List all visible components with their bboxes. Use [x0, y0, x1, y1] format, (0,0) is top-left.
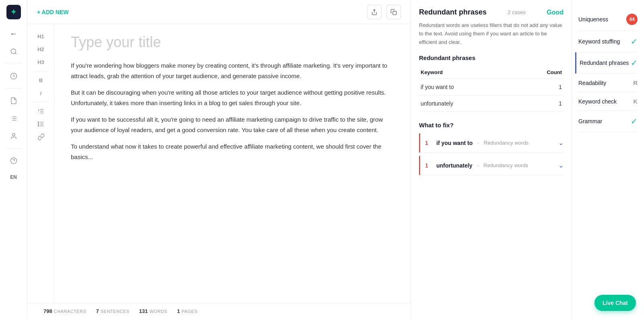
main-content: + ADD NEW H1 H2 H3 B i — [27, 0, 411, 319]
panel-title: Redundant phrases — [419, 8, 487, 17]
format-sidebar: H1 H2 H3 B i — [27, 24, 55, 303]
link-button[interactable] — [31, 131, 51, 143]
fix-type: Redundancy words — [483, 162, 528, 168]
keyword-cell: unfortunately — [419, 95, 515, 112]
uniqueness-badge: 44 — [626, 14, 638, 25]
italic-button[interactable]: i — [31, 87, 51, 99]
share-button[interactable] — [367, 5, 382, 19]
paragraph-4[interactable]: To understand what now it takes to creat… — [71, 141, 394, 162]
sentences-count: 7 — [96, 308, 99, 314]
right-nav-item[interactable]: Grammar ✓ — [578, 111, 638, 132]
app-logo[interactable]: ✦ — [6, 5, 21, 19]
search-icon[interactable] — [6, 44, 21, 59]
fix-number: 1 — [425, 162, 431, 169]
count-cell: 1 — [515, 95, 564, 112]
sentences-label: SENTENCES — [101, 309, 130, 314]
chevron-down-icon[interactable]: ⌄ — [558, 139, 564, 147]
words-count: 131 — [139, 308, 148, 314]
check-icon: ✓ — [631, 58, 638, 68]
keyword-col-header: Keyword — [419, 66, 515, 79]
count-cell: 1 — [515, 79, 564, 95]
user-icon[interactable] — [6, 129, 21, 143]
keyword-row: if you want to1 — [419, 79, 564, 95]
right-nav-item[interactable]: Uniqueness 44 — [578, 8, 638, 31]
fix-item[interactable]: 1 if you want to · Redundancy words ⌄ — [419, 133, 564, 153]
words-label: WORDS — [149, 309, 167, 314]
what-fix-title: What to fix? — [419, 122, 564, 128]
right-nav-item[interactable]: Keyword check K — [578, 92, 638, 111]
fix-separator: · — [477, 162, 479, 168]
left-sidebar: ✦ ← EN — [0, 0, 27, 319]
document-icon[interactable] — [6, 93, 21, 108]
fix-number: 1 — [425, 140, 431, 146]
back-icon[interactable]: ← — [6, 27, 21, 41]
right-nav-label: Keyword check — [578, 98, 617, 105]
sentences-stat: 7 SENTENCES — [96, 308, 130, 314]
unordered-list-button[interactable] — [31, 118, 51, 130]
right-nav-label: Readability — [578, 80, 606, 86]
add-new-button[interactable]: + ADD NEW — [37, 9, 68, 15]
pages-label: PAGES — [182, 309, 198, 314]
editor-footer: 798 CHARACTERS 7 SENTENCES 131 WORDS 1 P… — [27, 303, 411, 319]
characters-stat: 798 CHARACTERS — [43, 308, 87, 314]
paragraph-3[interactable]: If you want to be successful alt it, you… — [71, 114, 394, 135]
h1-button[interactable]: H1 — [31, 31, 51, 42]
right-nav-item[interactable]: Readability R — [578, 74, 638, 92]
ordered-list-button[interactable] — [31, 106, 51, 117]
svg-point-0 — [11, 49, 16, 54]
svg-point-8 — [12, 133, 15, 136]
right-nav-items: Uniqueness 44 Keyword stuffing ✓ Redunda… — [578, 8, 638, 132]
format-divider-2 — [34, 102, 48, 102]
right-nav-label: Redundant phrases — [580, 60, 629, 66]
editor-area: H1 H2 H3 B i — [27, 24, 411, 303]
svg-point-20 — [38, 124, 39, 124]
toolbar: + ADD NEW — [27, 0, 411, 24]
list-icon[interactable] — [6, 111, 21, 126]
panel-header: Redundant phrases 2 cases Good — [419, 8, 564, 17]
panel-description: Redundant words are useless fillers that… — [419, 21, 564, 46]
panel-status: Good — [547, 9, 564, 16]
fix-item[interactable]: 1 unfortunately · Redundancy words ⌄ — [419, 156, 564, 175]
help-icon[interactable] — [6, 153, 21, 168]
pages-stat: 1 PAGES — [177, 308, 198, 314]
keyword-row: unfortunately1 — [419, 95, 564, 112]
right-nav-item[interactable]: Redundant phrases ✓ — [575, 52, 638, 74]
keyword-table: Keyword Count if you want to1unfortunate… — [419, 66, 564, 112]
fix-items-container: 1 if you want to · Redundancy words ⌄ 1 … — [419, 133, 564, 178]
characters-label: CHARACTERS — [54, 309, 87, 314]
sidebar-divider-1 — [6, 64, 22, 64]
status-letter: R — [633, 79, 638, 86]
svg-point-19 — [38, 122, 39, 122]
right-panel: Redundant phrases 2 cases Good Redundant… — [411, 0, 572, 319]
right-nav-label: Grammar — [578, 118, 602, 124]
check-icon: ✓ — [631, 37, 638, 46]
paragraph-1[interactable]: If you're wondering how bloggers make mo… — [71, 60, 394, 81]
fix-separator: · — [477, 140, 479, 146]
characters-count: 798 — [43, 308, 52, 314]
h3-button[interactable]: H3 — [31, 56, 51, 68]
sidebar-divider-3 — [6, 148, 22, 149]
chevron-down-icon[interactable]: ⌄ — [558, 162, 564, 169]
svg-rect-12 — [393, 11, 396, 15]
fix-type: Redundancy words — [484, 140, 528, 146]
pages-count: 1 — [177, 308, 180, 314]
right-nav: Uniqueness 44 Keyword stuffing ✓ Redunda… — [572, 0, 644, 319]
paragraph-2[interactable]: But it can be discouraging when you're w… — [71, 87, 394, 108]
language-selector[interactable]: EN — [10, 174, 17, 180]
editor-title[interactable]: Type your title — [71, 34, 394, 51]
format-divider-1 — [34, 71, 48, 71]
sidebar-divider-2 — [6, 88, 22, 89]
history-icon[interactable] — [6, 69, 21, 83]
right-nav-label: Keyword stuffing — [578, 38, 620, 45]
bold-button[interactable]: B — [31, 75, 51, 86]
live-chat-button[interactable]: Live Chat — [594, 295, 636, 311]
copy-button[interactable] — [386, 5, 401, 19]
keyword-cell: if you want to — [419, 79, 515, 95]
right-nav-label: Uniqueness — [578, 16, 608, 23]
fix-keyword: if you want to — [436, 140, 473, 146]
right-nav-item[interactable]: Keyword stuffing ✓ — [578, 31, 638, 52]
text-editor[interactable]: Type your title If you're wondering how … — [55, 24, 411, 303]
h2-button[interactable]: H2 — [31, 44, 51, 55]
status-letter: K — [633, 98, 638, 105]
fix-keyword: unfortunately — [436, 162, 472, 169]
